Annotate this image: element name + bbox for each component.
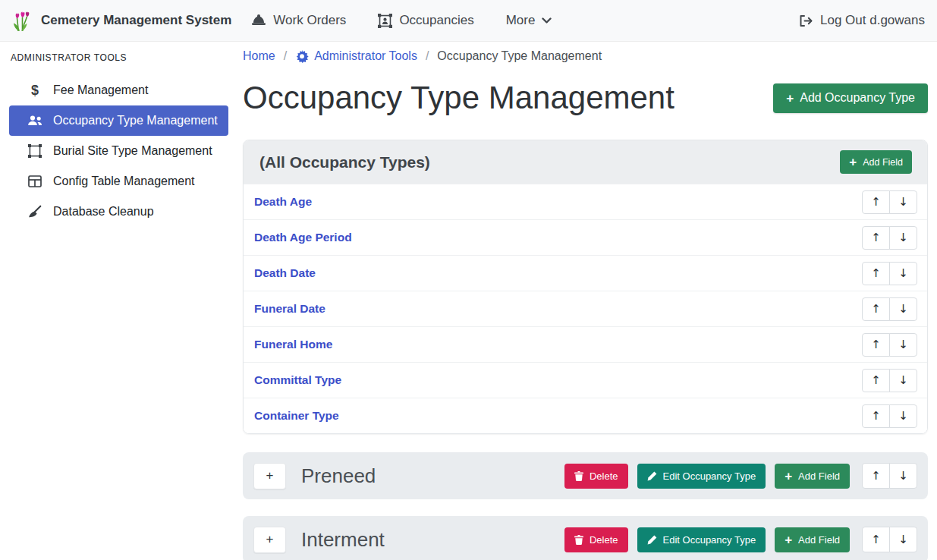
panel-header: (All Occupancy Types) + Add Field (244, 140, 927, 184)
edit-occupancy-type-button[interactable]: Edit Occupancy Type (637, 464, 766, 489)
tulip-logo-icon (12, 9, 33, 32)
reorder-controls: ↑ ↓ (862, 333, 917, 357)
occupancy-frame-icon (378, 14, 392, 28)
delete-label: Delete (590, 470, 618, 482)
panel-title: (All Occupancy Types) (259, 153, 430, 171)
sidebar-item-database-cleanup[interactable]: Database Cleanup (9, 197, 228, 227)
app-window: Cemetery Management System Work Orders (0, 0, 937, 560)
occupancy-type-actions: Delete Edit Occupancy Type + Add Field (564, 463, 917, 489)
move-down-button[interactable]: ↓ (889, 369, 917, 392)
reorder-controls: ↑ ↓ (862, 262, 917, 285)
breadcrumb-home-link[interactable]: Home (243, 49, 275, 63)
pencil-icon (647, 471, 657, 481)
trash-icon (574, 471, 583, 481)
move-up-button[interactable]: ↑ (862, 226, 890, 250)
expand-button[interactable]: + (253, 463, 286, 489)
delete-label: Delete (590, 534, 618, 546)
panel-add-field-button[interactable]: + Add Field (840, 150, 912, 174)
sidebar-item-label: Database Cleanup (53, 205, 154, 219)
sidebar-item-occupancy-type-management[interactable]: Occupancy Type Management (9, 105, 228, 136)
nav-item-occupancies[interactable]: Occupancies (378, 13, 473, 28)
page-title: Occupancy Type Management (243, 77, 674, 119)
reorder-controls: ↑ ↓ (862, 297, 917, 321)
main-content: Home / Administrator Tools / Occupancy T… (235, 42, 937, 560)
add-field-button[interactable]: + Add Field (775, 527, 850, 552)
edit-label: Edit Occupancy Type (663, 534, 756, 546)
add-field-label: Add Field (863, 157, 903, 168)
hard-hat-icon (251, 14, 266, 27)
field-row: Committal Type ↑ ↓ (244, 362, 927, 398)
sidebar-item-config-table-management[interactable]: Config Table Management (9, 166, 228, 197)
move-up-button[interactable]: ↑ (862, 297, 890, 321)
add-occupancy-type-button[interactable]: + Add Occupancy Type (773, 83, 928, 113)
delete-button[interactable]: Delete (564, 527, 628, 552)
add-field-label: Add Field (798, 470, 840, 482)
sign-out-icon (799, 14, 813, 27)
reorder-controls: ↑ ↓ (862, 463, 917, 489)
move-down-button[interactable]: ↓ (889, 527, 917, 552)
move-up-button[interactable]: ↑ (862, 262, 890, 285)
occupancy-type-section-preneed: + Preneed Delete (243, 452, 928, 499)
table-icon (27, 175, 42, 187)
delete-button[interactable]: Delete (564, 464, 628, 489)
move-down-button[interactable]: ↓ (889, 262, 917, 285)
gear-icon (295, 49, 309, 63)
field-link-death-date[interactable]: Death Date (254, 266, 316, 280)
sidebar-item-label: Fee Management (53, 83, 148, 97)
move-up-button[interactable]: ↑ (862, 463, 890, 489)
add-field-button[interactable]: + Add Field (775, 464, 850, 489)
occupancy-type-name: Interment (301, 528, 564, 552)
nav-item-label: More (506, 13, 536, 28)
field-link-container-type[interactable]: Container Type (254, 409, 339, 423)
reorder-controls: ↑ ↓ (862, 369, 917, 392)
top-navbar: Cemetery Management System Work Orders (0, 0, 937, 42)
nav-item-work-orders[interactable]: Work Orders (251, 13, 346, 28)
brand[interactable]: Cemetery Management System (12, 9, 231, 32)
breadcrumb-label: Home (243, 49, 275, 63)
field-link-death-age-period[interactable]: Death Age Period (254, 231, 352, 244)
field-link-funeral-date[interactable]: Funeral Date (254, 302, 325, 316)
plus-icon: + (785, 533, 792, 546)
reorder-controls: ↑ ↓ (862, 226, 917, 250)
edit-occupancy-type-button[interactable]: Edit Occupancy Type (637, 527, 766, 552)
nav-item-label: Work Orders (273, 13, 346, 28)
chevron-down-icon (542, 17, 552, 24)
field-row: Funeral Date ↑ ↓ (244, 291, 927, 326)
sidebar-item-burial-site-type-management[interactable]: Burial Site Type Management (9, 136, 228, 166)
brand-title: Cemetery Management System (41, 13, 231, 28)
reorder-controls: ↑ ↓ (862, 190, 917, 214)
field-link-funeral-home[interactable]: Funeral Home (254, 338, 332, 351)
move-down-button[interactable]: ↓ (889, 333, 917, 357)
field-row: Death Age ↑ ↓ (244, 184, 927, 219)
nav-item-more[interactable]: More (506, 13, 552, 28)
field-link-death-age[interactable]: Death Age (254, 195, 312, 209)
move-down-button[interactable]: ↓ (889, 190, 917, 214)
breadcrumb-admin-tools-link[interactable]: Administrator Tools (295, 49, 417, 63)
move-down-button[interactable]: ↓ (889, 226, 917, 250)
move-up-button[interactable]: ↑ (862, 333, 890, 357)
breadcrumb-separator: / (284, 49, 287, 63)
field-row: Container Type ↑ ↓ (244, 398, 927, 433)
expand-button[interactable]: + (253, 527, 286, 553)
sidebar-heading: Administrator Tools (11, 52, 235, 63)
sidebar-item-fee-management[interactable]: $ Fee Management (9, 75, 228, 105)
pencil-icon (647, 535, 657, 545)
all-occupancy-types-panel: (All Occupancy Types) + Add Field Death … (243, 140, 928, 434)
breadcrumb-label: Administrator Tools (314, 49, 417, 63)
sidebar-item-label: Burial Site Type Management (53, 144, 212, 158)
move-down-button[interactable]: ↓ (889, 463, 917, 489)
move-up-button[interactable]: ↑ (862, 404, 890, 428)
users-icon (27, 115, 42, 126)
plus-icon: + (786, 92, 794, 105)
sidebar-item-label: Config Table Management (53, 175, 195, 188)
move-down-button[interactable]: ↓ (889, 404, 917, 428)
move-up-button[interactable]: ↑ (862, 527, 890, 552)
field-link-committal-type[interactable]: Committal Type (254, 373, 341, 387)
trash-icon (574, 535, 583, 545)
logout-button[interactable]: Log Out d.gowans (799, 13, 925, 28)
field-row: Death Date ↑ ↓ (244, 255, 927, 291)
move-down-button[interactable]: ↓ (889, 297, 917, 321)
move-up-button[interactable]: ↑ (862, 190, 890, 214)
navbar-menu: Work Orders Occupancies (251, 13, 552, 28)
move-up-button[interactable]: ↑ (862, 369, 890, 392)
